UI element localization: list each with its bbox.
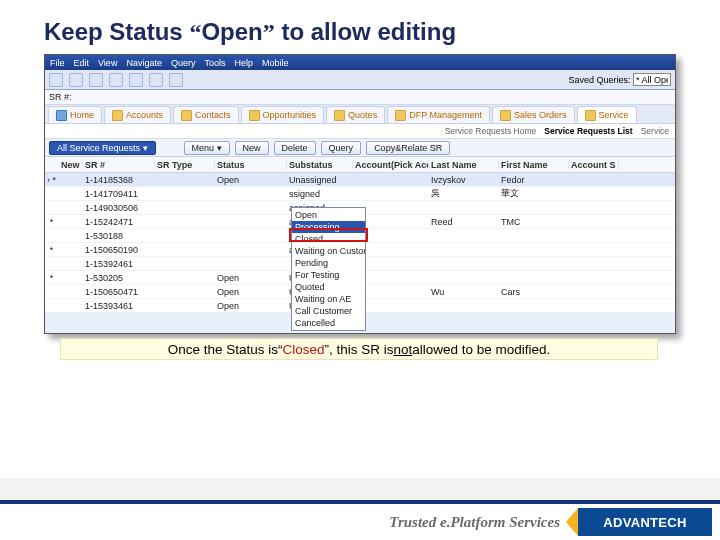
footer-tagline: Trusted e.Platform Services: [389, 514, 560, 531]
saved-queries-input[interactable]: [633, 73, 671, 86]
query-button[interactable]: Query: [321, 141, 362, 155]
menu-navigate[interactable]: Navigate: [126, 58, 162, 68]
tab-contacts[interactable]: Contacts: [173, 106, 239, 123]
note-text: allowed to be modified.: [412, 342, 550, 357]
col-lastname[interactable]: Last Name: [429, 160, 499, 170]
crm-actionbar: All Service Requests ▾ Menu ▾ New Delete…: [45, 139, 675, 157]
col-srtype[interactable]: SR Type: [155, 160, 215, 170]
status-dropdown[interactable]: Open Processing Closed Waiting on Custom…: [291, 207, 366, 331]
status-option[interactable]: Closed: [292, 233, 365, 245]
toolbar-icon[interactable]: [129, 73, 143, 87]
status-option[interactable]: Quoted: [292, 281, 365, 293]
cell: Unassigned: [287, 175, 353, 185]
cell: 1-530205: [83, 273, 155, 283]
view-label: All Service Requests: [57, 143, 140, 153]
menu-button[interactable]: Menu ▾: [184, 141, 230, 155]
saved-queries-label: Saved Queries:: [568, 75, 630, 85]
tab-label: Opportunities: [263, 110, 317, 120]
quotes-icon: [334, 110, 345, 121]
title-text-2: to allow editing: [275, 18, 456, 45]
cell: 1-150650190: [83, 245, 155, 255]
delete-button[interactable]: Delete: [274, 141, 316, 155]
toolbar-icon[interactable]: [149, 73, 163, 87]
home-icon: [56, 110, 67, 121]
tab-sales-orders[interactable]: Sales Orders: [492, 106, 575, 123]
menu-mobile[interactable]: Mobile: [262, 58, 289, 68]
note-closed: Closed: [282, 342, 324, 357]
menu-query[interactable]: Query: [171, 58, 196, 68]
subnav-link-active[interactable]: Service Requests List: [544, 126, 632, 136]
subnav-link[interactable]: Service Requests Home: [445, 126, 537, 136]
cell: ssigned: [287, 189, 353, 199]
tab-accounts[interactable]: Accounts: [104, 106, 171, 123]
crm-tabs: Home Accounts Contacts Opportunities Quo…: [45, 105, 675, 124]
new-button[interactable]: New: [235, 141, 269, 155]
toolbar-icon[interactable]: [89, 73, 103, 87]
crm-toolbar: Saved Queries:: [45, 70, 675, 90]
col-account[interactable]: Account(Pick Acc: [353, 160, 429, 170]
cell: Open: [215, 301, 287, 311]
status-option[interactable]: Cancelled: [292, 317, 365, 329]
footer-gray-band: [0, 478, 720, 500]
cell: Cars: [499, 287, 569, 297]
menu-edit[interactable]: Edit: [74, 58, 90, 68]
tab-label: Contacts: [195, 110, 231, 120]
status-option[interactable]: Waiting on AE: [292, 293, 365, 305]
cell: Open: [215, 175, 287, 185]
col-status[interactable]: Status: [215, 160, 287, 170]
col-sr[interactable]: SR #: [83, 160, 155, 170]
cell: 1-141709411: [83, 189, 155, 199]
opportunities-icon: [249, 110, 260, 121]
cell: 1-15392461: [83, 259, 155, 269]
toolbar-icon[interactable]: [109, 73, 123, 87]
status-option[interactable]: Waiting on Custome: [292, 245, 365, 257]
cell: *: [45, 245, 59, 255]
note-text: Once the Status is: [168, 342, 278, 357]
table-row[interactable]: › *1-14185368OpenUnassignedIvzyskovFedor: [45, 173, 675, 187]
tab-opportunities[interactable]: Opportunities: [241, 106, 325, 123]
cell: › *: [45, 175, 59, 185]
menu-file[interactable]: File: [50, 58, 65, 68]
slide-footer: Trusted e.Platform Services ADVANTECH: [0, 500, 720, 540]
cell: Wu: [429, 287, 499, 297]
tab-label: Quotes: [348, 110, 377, 120]
slide-title: Keep Status “Open” to allow editing: [0, 0, 720, 50]
toolbar-icon[interactable]: [69, 73, 83, 87]
menu-view[interactable]: View: [98, 58, 117, 68]
cell: *: [45, 217, 59, 227]
tab-quotes[interactable]: Quotes: [326, 106, 385, 123]
toolbar-icon[interactable]: [169, 73, 183, 87]
quote-open: “: [189, 19, 201, 45]
col-new[interactable]: New: [59, 160, 83, 170]
view-selector[interactable]: All Service Requests ▾: [49, 141, 156, 155]
tab-home[interactable]: Home: [48, 106, 102, 123]
col-firstname[interactable]: First Name: [499, 160, 569, 170]
status-option[interactable]: Processing: [292, 221, 365, 233]
col-accounts[interactable]: Account S: [569, 160, 619, 170]
copy-relate-button[interactable]: Copy&Relate SR: [366, 141, 450, 155]
col-substatus[interactable]: Substatus: [287, 160, 353, 170]
toolbar-icon[interactable]: [49, 73, 63, 87]
instruction-note: Once the Status is “Closed”, this SR is …: [60, 338, 658, 360]
cell: 吳: [429, 187, 499, 200]
status-option[interactable]: Call Customer: [292, 305, 365, 317]
table-row[interactable]: 1-141709411ssigned吳華文: [45, 187, 675, 201]
tab-dfp[interactable]: DFP Management: [387, 106, 490, 123]
tab-label: Home: [70, 110, 94, 120]
status-option[interactable]: For Testing: [292, 269, 365, 281]
menu-tools[interactable]: Tools: [204, 58, 225, 68]
sr-label: SR #:: [49, 92, 72, 102]
contacts-icon: [181, 110, 192, 121]
status-option[interactable]: Pending: [292, 257, 365, 269]
note-not: not: [393, 342, 412, 357]
tab-label: Sales Orders: [514, 110, 567, 120]
subnav-link[interactable]: Service: [641, 126, 669, 136]
cell: 1-15242471: [83, 217, 155, 227]
saved-queries: Saved Queries:: [568, 73, 671, 86]
status-option[interactable]: Open: [292, 209, 365, 221]
cell: TMC: [499, 217, 569, 227]
tab-service[interactable]: Service: [577, 106, 637, 123]
cell: 1-15393461: [83, 301, 155, 311]
salesorders-icon: [500, 110, 511, 121]
menu-help[interactable]: Help: [234, 58, 253, 68]
